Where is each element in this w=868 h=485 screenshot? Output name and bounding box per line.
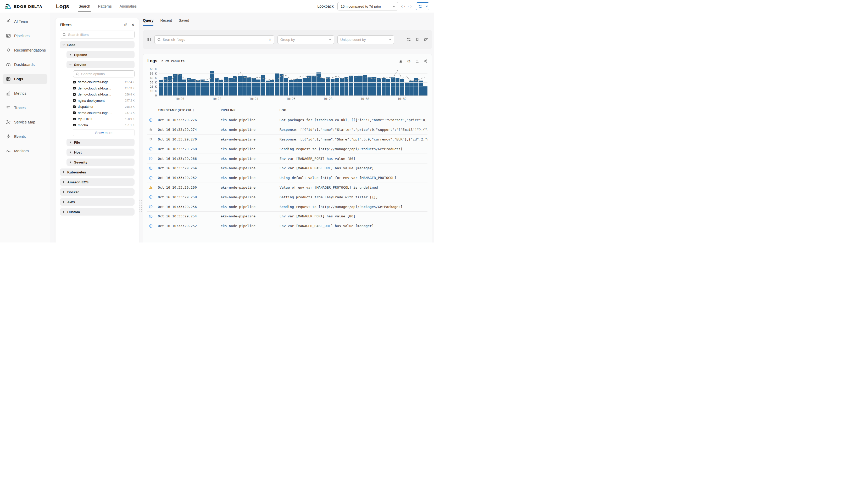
unique-count-by-select[interactable]: Unique count by [337, 35, 394, 44]
service-option-count: 151.1 K [125, 124, 134, 127]
filter-section-kubernetes[interactable]: Kubernetes [60, 168, 134, 176]
pulse-icon [6, 148, 11, 154]
log-row[interactable]: Oct 16 10:33:29.270eks-node-pipelineResp… [147, 135, 428, 144]
filters-search-input[interactable] [68, 33, 132, 37]
tab-search[interactable]: Search [78, 1, 91, 12]
share-icon[interactable] [424, 59, 428, 63]
log-row[interactable]: Oct 16 10:33:29.254eks-node-pipelineEnv … [147, 212, 428, 221]
filter-section-amazon-ecs[interactable]: Amazon ECS [60, 179, 134, 186]
clear-search-icon[interactable]: ✕ [269, 38, 272, 41]
x-tick-label: 10:28 [323, 97, 333, 101]
gear-icon[interactable]: ⚙ [407, 59, 411, 63]
sidebar-item-recommendations[interactable]: Recommendations [3, 45, 48, 56]
group-by-select[interactable]: Group by [277, 35, 334, 44]
y-tick-label: 10 K [150, 90, 157, 93]
checkbox-checked[interactable] [73, 124, 76, 126]
ai-sparkle-icon [6, 19, 11, 24]
tab-recent[interactable]: Recent [160, 18, 172, 26]
checkbox-checked[interactable] [73, 99, 76, 102]
log-row[interactable]: Oct 16 10:33:29.268eks-node-pipelineSend… [147, 144, 428, 154]
filter-section-base[interactable]: Base [60, 41, 134, 48]
filter-section-custom[interactable]: Custom [60, 208, 134, 216]
service-option-label[interactable]: demo-cloudtrail-logs... [78, 80, 123, 84]
service-options-search-input[interactable] [81, 72, 132, 76]
chart-settings-icon[interactable] [399, 59, 403, 63]
tab-saved[interactable]: Saved [179, 18, 189, 26]
checkbox-checked[interactable] [73, 111, 76, 114]
rerun-query-icon[interactable] [407, 37, 411, 41]
lookback-select[interactable]: 15m compared to 7d prior [337, 2, 398, 10]
bookmark-icon[interactable] [415, 38, 419, 41]
checkbox-checked[interactable] [73, 81, 76, 84]
column-pipeline[interactable]: PIPELINE [221, 108, 280, 112]
column-timestamp[interactable]: TIMESTAMP (UTC+10 ↓ [158, 108, 221, 112]
filter-section-label: AWS [67, 200, 75, 204]
sidebar-item-monitors[interactable]: Monitors [3, 146, 48, 156]
reset-filters-icon[interactable]: ↺ [124, 23, 127, 27]
close-filters-icon[interactable]: ✕ [131, 23, 134, 27]
sidebar-item-service-map[interactable]: Service Map [3, 117, 48, 127]
filter-section-severity[interactable]: Severity [66, 159, 134, 166]
sidebar-item-metrics[interactable]: Metrics [3, 88, 48, 99]
service-option-label[interactable]: nginx-deployment [78, 99, 123, 102]
checkbox-checked[interactable] [73, 118, 76, 120]
log-cell: Env var [MANAGER_PORT] has value [80] [280, 214, 428, 218]
service-option-label[interactable]: mocha [78, 123, 123, 127]
filter-section-pipeline[interactable]: Pipeline [66, 51, 134, 58]
log-row[interactable]: Oct 16 10:33:29.252eks-node-pipelineEnv … [147, 221, 428, 231]
filter-section-file[interactable]: File [66, 139, 134, 146]
log-row[interactable]: Oct 16 10:33:29.264eks-node-pipelineEnv … [147, 163, 428, 173]
filter-section-service[interactable]: Service [66, 61, 134, 68]
refresh-button[interactable] [416, 3, 424, 10]
filter-section-host[interactable]: Host [66, 149, 134, 156]
filter-section-aws[interactable]: AWS [60, 198, 134, 205]
service-option-label[interactable]: tcp-21011 [78, 117, 123, 121]
chart-plot[interactable] [159, 69, 428, 95]
log-row[interactable]: Oct 16 10:33:29.276eks-node-pipelineGot … [147, 116, 428, 125]
service-option-label[interactable]: demo-cloudtrail-logs... [78, 86, 123, 90]
sidebar-item-label: Monitors [14, 149, 29, 153]
debug-bug-icon [149, 137, 153, 141]
checkbox-checked[interactable] [73, 105, 76, 108]
service-option-label[interactable]: demo-cloudtrail-logs... [78, 92, 123, 96]
filter-section-docker[interactable]: Docker [60, 188, 134, 196]
log-row[interactable]: Oct 16 10:33:29.258eks-node-pipelineGett… [147, 192, 428, 202]
log-row[interactable]: Oct 16 10:33:29.274eks-node-pipelineResp… [147, 125, 428, 135]
sidebar-item-pipelines[interactable]: Pipelines [3, 31, 48, 41]
time-forward-button[interactable]: ⇨ [408, 4, 412, 9]
tab-patterns[interactable]: Patterns [98, 1, 112, 12]
log-row[interactable]: Oct 16 10:33:29.260eks-node-pipelineValu… [147, 183, 428, 193]
tab-query[interactable]: Query [143, 18, 153, 26]
pipeline-cell: eks-node-pipeline [221, 205, 280, 209]
time-back-button[interactable]: ⇦ [401, 4, 405, 9]
filter-section-label: Amazon ECS [67, 180, 89, 184]
new-query-icon[interactable] [424, 37, 428, 42]
panel-left-toggle-icon[interactable] [147, 37, 151, 42]
service-option-label[interactable]: demo-cloudtrail-logs-... [78, 111, 123, 115]
panel-resize-handle[interactable] [140, 200, 142, 212]
x-tick-label: 10:22 [212, 97, 221, 101]
column-log[interactable]: LOG [280, 108, 428, 112]
sidebar-item-events[interactable]: Events [3, 131, 48, 142]
logs-histogram: 60 K50 K40 K30 K20 K10 K0 10:2010:2210:2… [147, 69, 428, 101]
search-logs-input[interactable] [163, 38, 267, 41]
filters-search [60, 31, 134, 38]
log-row[interactable]: Oct 16 10:33:29.256eks-node-pipelineSend… [147, 202, 428, 212]
log-row[interactable]: Oct 16 10:33:29.262eks-node-pipelineUsin… [147, 173, 428, 183]
service-option-label[interactable]: dispatcher [78, 105, 123, 108]
pipeline-cell: eks-node-pipeline [221, 147, 280, 151]
tab-anomalies[interactable]: Anomalies [119, 1, 137, 12]
refresh-options-button[interactable] [424, 3, 429, 10]
sidebar-item-dashboards[interactable]: Dashboards [3, 59, 48, 70]
checkbox-checked[interactable] [73, 93, 76, 96]
y-tick-label: 60 K [150, 67, 157, 71]
download-icon[interactable] [415, 59, 419, 63]
sidebar-item-ai-team[interactable]: AI Team [3, 16, 48, 27]
show-more-button[interactable]: Show more [73, 129, 134, 136]
checkbox-checked[interactable] [73, 87, 76, 90]
edge-delta-logo[interactable]: EDGE DELTA [5, 3, 50, 9]
log-row[interactable]: Oct 16 10:33:29.266eks-node-pipelineEnv … [147, 154, 428, 163]
sort-desc-icon[interactable]: ↓ [193, 108, 194, 112]
sidebar-item-traces[interactable]: Traces [3, 102, 48, 113]
sidebar-item-logs[interactable]: Logs [3, 74, 48, 84]
